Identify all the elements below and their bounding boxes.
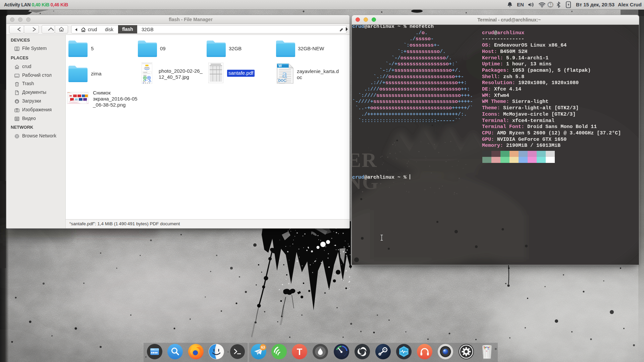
svg-text:63: 63 bbox=[261, 345, 265, 349]
svg-text:T: T bbox=[297, 347, 303, 357]
